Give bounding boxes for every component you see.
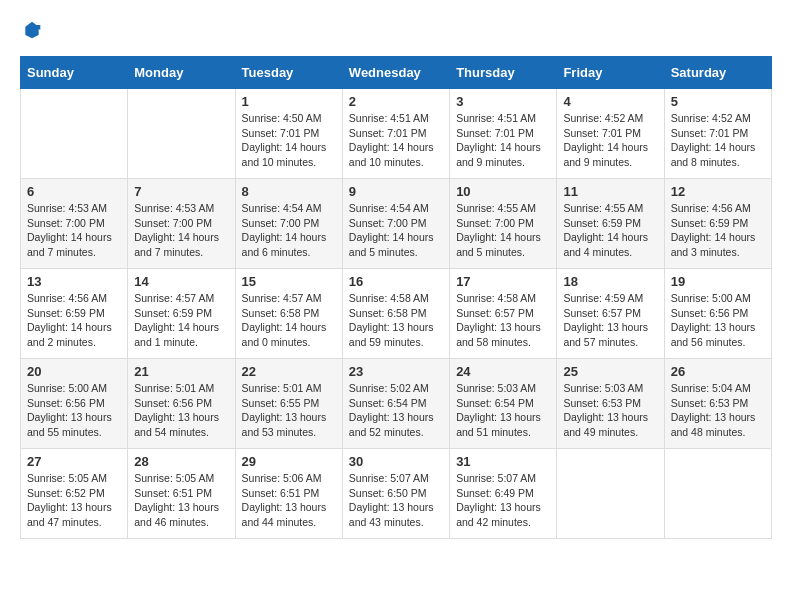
day-info: Sunrise: 5:07 AMSunset: 6:49 PMDaylight:… [456, 471, 550, 530]
day-info: Sunrise: 5:00 AMSunset: 6:56 PMDaylight:… [27, 381, 121, 440]
calendar-table: SundayMondayTuesdayWednesdayThursdayFrid… [20, 56, 772, 539]
day-info: Sunrise: 4:52 AMSunset: 7:01 PMDaylight:… [563, 111, 657, 170]
calendar-cell: 22Sunrise: 5:01 AMSunset: 6:55 PMDayligh… [235, 359, 342, 449]
day-info: Sunrise: 4:59 AMSunset: 6:57 PMDaylight:… [563, 291, 657, 350]
day-info: Sunrise: 5:03 AMSunset: 6:54 PMDaylight:… [456, 381, 550, 440]
day-info: Sunrise: 5:05 AMSunset: 6:52 PMDaylight:… [27, 471, 121, 530]
day-number: 7 [134, 184, 228, 199]
page-header [20, 20, 772, 40]
day-number: 12 [671, 184, 765, 199]
day-header: Monday [128, 57, 235, 89]
calendar-cell: 29Sunrise: 5:06 AMSunset: 6:51 PMDayligh… [235, 449, 342, 539]
logo-icon [22, 20, 42, 40]
day-info: Sunrise: 4:52 AMSunset: 7:01 PMDaylight:… [671, 111, 765, 170]
day-number: 2 [349, 94, 443, 109]
day-number: 15 [242, 274, 336, 289]
day-number: 9 [349, 184, 443, 199]
day-info: Sunrise: 5:03 AMSunset: 6:53 PMDaylight:… [563, 381, 657, 440]
calendar-cell: 15Sunrise: 4:57 AMSunset: 6:58 PMDayligh… [235, 269, 342, 359]
calendar-week-row: 27Sunrise: 5:05 AMSunset: 6:52 PMDayligh… [21, 449, 772, 539]
day-number: 28 [134, 454, 228, 469]
day-number: 1 [242, 94, 336, 109]
calendar-week-row: 1Sunrise: 4:50 AMSunset: 7:01 PMDaylight… [21, 89, 772, 179]
day-number: 8 [242, 184, 336, 199]
calendar-cell [664, 449, 771, 539]
calendar-body: 1Sunrise: 4:50 AMSunset: 7:01 PMDaylight… [21, 89, 772, 539]
calendar-cell: 27Sunrise: 5:05 AMSunset: 6:52 PMDayligh… [21, 449, 128, 539]
day-number: 29 [242, 454, 336, 469]
calendar-cell: 8Sunrise: 4:54 AMSunset: 7:00 PMDaylight… [235, 179, 342, 269]
day-number: 14 [134, 274, 228, 289]
logo [20, 20, 42, 40]
day-number: 21 [134, 364, 228, 379]
day-number: 30 [349, 454, 443, 469]
day-info: Sunrise: 5:05 AMSunset: 6:51 PMDaylight:… [134, 471, 228, 530]
day-number: 23 [349, 364, 443, 379]
day-header: Friday [557, 57, 664, 89]
day-number: 10 [456, 184, 550, 199]
day-info: Sunrise: 4:53 AMSunset: 7:00 PMDaylight:… [27, 201, 121, 260]
day-number: 11 [563, 184, 657, 199]
calendar-cell: 14Sunrise: 4:57 AMSunset: 6:59 PMDayligh… [128, 269, 235, 359]
day-number: 25 [563, 364, 657, 379]
day-number: 20 [27, 364, 121, 379]
day-header: Thursday [450, 57, 557, 89]
calendar-cell: 26Sunrise: 5:04 AMSunset: 6:53 PMDayligh… [664, 359, 771, 449]
day-number: 19 [671, 274, 765, 289]
day-info: Sunrise: 5:00 AMSunset: 6:56 PMDaylight:… [671, 291, 765, 350]
calendar-cell: 4Sunrise: 4:52 AMSunset: 7:01 PMDaylight… [557, 89, 664, 179]
day-info: Sunrise: 5:01 AMSunset: 6:55 PMDaylight:… [242, 381, 336, 440]
calendar-cell: 11Sunrise: 4:55 AMSunset: 6:59 PMDayligh… [557, 179, 664, 269]
day-info: Sunrise: 4:51 AMSunset: 7:01 PMDaylight:… [456, 111, 550, 170]
day-number: 6 [27, 184, 121, 199]
day-number: 5 [671, 94, 765, 109]
calendar-cell: 19Sunrise: 5:00 AMSunset: 6:56 PMDayligh… [664, 269, 771, 359]
day-number: 16 [349, 274, 443, 289]
day-number: 27 [27, 454, 121, 469]
calendar-cell: 23Sunrise: 5:02 AMSunset: 6:54 PMDayligh… [342, 359, 449, 449]
day-info: Sunrise: 5:01 AMSunset: 6:56 PMDaylight:… [134, 381, 228, 440]
calendar-cell: 3Sunrise: 4:51 AMSunset: 7:01 PMDaylight… [450, 89, 557, 179]
day-header: Tuesday [235, 57, 342, 89]
calendar-cell [557, 449, 664, 539]
day-info: Sunrise: 5:04 AMSunset: 6:53 PMDaylight:… [671, 381, 765, 440]
day-info: Sunrise: 5:07 AMSunset: 6:50 PMDaylight:… [349, 471, 443, 530]
day-info: Sunrise: 4:56 AMSunset: 6:59 PMDaylight:… [27, 291, 121, 350]
calendar-cell: 9Sunrise: 4:54 AMSunset: 7:00 PMDaylight… [342, 179, 449, 269]
day-info: Sunrise: 4:56 AMSunset: 6:59 PMDaylight:… [671, 201, 765, 260]
day-number: 31 [456, 454, 550, 469]
header-row: SundayMondayTuesdayWednesdayThursdayFrid… [21, 57, 772, 89]
calendar-cell: 1Sunrise: 4:50 AMSunset: 7:01 PMDaylight… [235, 89, 342, 179]
calendar-cell [128, 89, 235, 179]
day-number: 4 [563, 94, 657, 109]
day-info: Sunrise: 4:55 AMSunset: 6:59 PMDaylight:… [563, 201, 657, 260]
calendar-cell: 30Sunrise: 5:07 AMSunset: 6:50 PMDayligh… [342, 449, 449, 539]
calendar-week-row: 13Sunrise: 4:56 AMSunset: 6:59 PMDayligh… [21, 269, 772, 359]
day-info: Sunrise: 4:58 AMSunset: 6:57 PMDaylight:… [456, 291, 550, 350]
day-info: Sunrise: 4:51 AMSunset: 7:01 PMDaylight:… [349, 111, 443, 170]
day-info: Sunrise: 5:06 AMSunset: 6:51 PMDaylight:… [242, 471, 336, 530]
day-info: Sunrise: 4:58 AMSunset: 6:58 PMDaylight:… [349, 291, 443, 350]
calendar-cell: 24Sunrise: 5:03 AMSunset: 6:54 PMDayligh… [450, 359, 557, 449]
day-number: 17 [456, 274, 550, 289]
calendar-cell [21, 89, 128, 179]
calendar-cell: 20Sunrise: 5:00 AMSunset: 6:56 PMDayligh… [21, 359, 128, 449]
calendar-cell: 25Sunrise: 5:03 AMSunset: 6:53 PMDayligh… [557, 359, 664, 449]
calendar-cell: 12Sunrise: 4:56 AMSunset: 6:59 PMDayligh… [664, 179, 771, 269]
day-number: 26 [671, 364, 765, 379]
day-number: 22 [242, 364, 336, 379]
day-info: Sunrise: 4:53 AMSunset: 7:00 PMDaylight:… [134, 201, 228, 260]
calendar-week-row: 6Sunrise: 4:53 AMSunset: 7:00 PMDaylight… [21, 179, 772, 269]
day-number: 18 [563, 274, 657, 289]
day-info: Sunrise: 4:57 AMSunset: 6:59 PMDaylight:… [134, 291, 228, 350]
calendar-cell: 13Sunrise: 4:56 AMSunset: 6:59 PMDayligh… [21, 269, 128, 359]
calendar-cell: 10Sunrise: 4:55 AMSunset: 7:00 PMDayligh… [450, 179, 557, 269]
day-info: Sunrise: 4:55 AMSunset: 7:00 PMDaylight:… [456, 201, 550, 260]
day-header: Wednesday [342, 57, 449, 89]
calendar-cell: 18Sunrise: 4:59 AMSunset: 6:57 PMDayligh… [557, 269, 664, 359]
day-header: Sunday [21, 57, 128, 89]
calendar-cell: 28Sunrise: 5:05 AMSunset: 6:51 PMDayligh… [128, 449, 235, 539]
calendar-cell: 31Sunrise: 5:07 AMSunset: 6:49 PMDayligh… [450, 449, 557, 539]
calendar-cell: 16Sunrise: 4:58 AMSunset: 6:58 PMDayligh… [342, 269, 449, 359]
day-number: 24 [456, 364, 550, 379]
